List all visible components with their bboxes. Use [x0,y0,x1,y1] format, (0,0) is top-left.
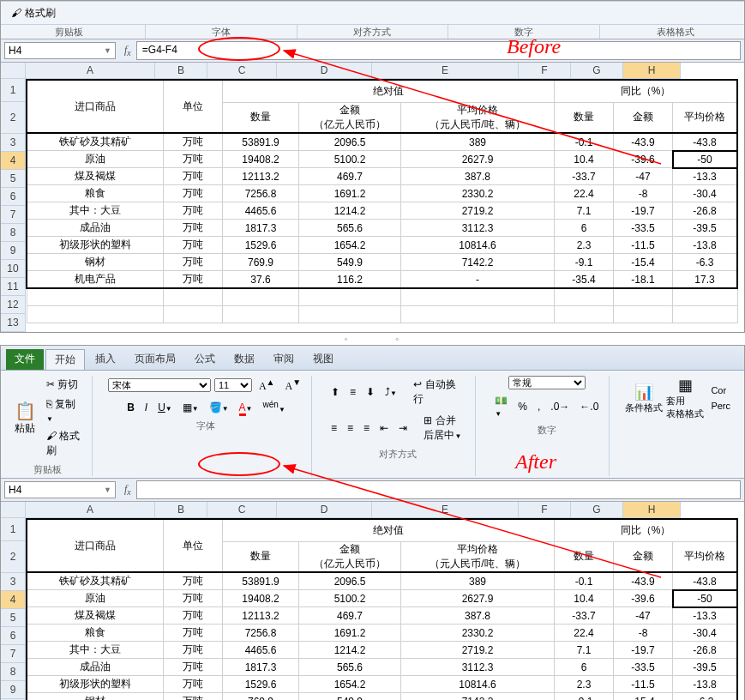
cell[interactable]: 19408.2 [223,590,299,607]
cell[interactable]: -11.5 [614,237,673,254]
cell[interactable]: 116.2 [299,271,401,289]
cell[interactable]: -30.4 [673,625,738,642]
cell[interactable]: -9.1 [555,693,614,701]
cell[interactable]: 万吨 [164,590,223,607]
increase-font-button[interactable]: A▲ [255,376,279,395]
number-format-select[interactable]: 常规 [508,376,586,389]
col-header[interactable]: E [372,63,519,79]
row-header[interactable]: 12 [1,296,26,314]
row-header[interactable]: 2 [1,541,26,573]
cell[interactable]: 万吨 [164,185,223,202]
tab-view[interactable]: 视图 [304,349,342,370]
cell[interactable]: 565.6 [299,659,401,676]
cell[interactable]: 53891.9 [223,133,299,151]
cell[interactable]: 2719.2 [401,642,555,659]
cell[interactable]: 10814.6 [401,676,555,693]
increase-decimal-button[interactable]: .0→ [547,399,573,414]
cell[interactable]: 3112.3 [401,659,555,676]
cell[interactable]: 3112.3 [401,220,555,237]
cell[interactable]: -6.3 [673,254,738,271]
row-header[interactable]: 6 [1,627,26,645]
cell[interactable]: -18.1 [614,271,673,289]
cell[interactable]: 37.6 [223,271,299,289]
cell[interactable]: 5100.2 [299,151,401,168]
cell[interactable]: -15.4 [614,254,673,271]
align-middle-button[interactable]: ≡ [346,384,359,400]
cell[interactable]: 1214.2 [299,642,401,659]
cell[interactable]: 6 [555,659,614,676]
cell[interactable]: 469.7 [299,168,401,185]
tab-layout[interactable]: 页面布局 [126,349,184,370]
tab-formula[interactable]: 公式 [186,349,224,370]
cell[interactable]: -33.5 [614,659,673,676]
cell[interactable]: 1817.3 [223,220,299,237]
cell[interactable] [27,306,164,323]
cell[interactable]: -9.1 [555,254,614,271]
cell[interactable] [401,306,555,323]
cell[interactable]: 万吨 [164,220,223,237]
cell[interactable] [299,306,401,323]
cell[interactable]: -0.1 [555,133,614,151]
cell[interactable]: 389 [401,572,555,590]
col-header[interactable]: H [623,63,681,79]
cell[interactable]: 4465.6 [223,642,299,659]
row-header[interactable]: 10 [1,260,26,278]
row-header[interactable]: 7 [1,645,26,663]
col-header[interactable]: A [26,63,155,79]
cell[interactable]: 19408.2 [223,151,299,168]
cell[interactable]: 万吨 [164,642,223,659]
cell[interactable]: 12113.2 [223,607,299,625]
cell[interactable]: -19.7 [614,642,673,659]
row-header[interactable]: 9 [1,681,26,699]
comma-button[interactable]: , [534,399,544,414]
cell[interactable]: 2.3 [555,237,614,254]
cell[interactable]: -43.9 [614,572,673,590]
table-format-button[interactable]: ▦ 套用 表格格式 [666,376,704,420]
decrease-decimal-button[interactable]: ←.0 [576,399,602,414]
row-header[interactable]: 8 [1,224,26,242]
cell[interactable]: 万吨 [164,693,223,701]
select-all-corner[interactable] [1,63,26,79]
cell[interactable]: 万吨 [164,607,223,625]
cell[interactable]: -50 [673,590,738,607]
increase-indent-button[interactable]: ⇥ [395,420,411,436]
fx-icon[interactable]: fx [124,44,131,57]
cell[interactable] [555,306,614,323]
cell[interactable]: 387.8 [401,607,555,625]
col-header[interactable]: D [277,502,372,518]
cell[interactable]: 万吨 [164,237,223,254]
cell[interactable]: 成品油 [27,220,164,237]
cell[interactable]: 22.4 [555,625,614,642]
cell[interactable]: 549.9 [299,693,401,701]
col-header[interactable]: A [26,502,155,518]
cell[interactable]: -33.7 [555,607,614,625]
cell[interactable]: -30.4 [673,185,738,202]
row-header[interactable]: 1 [1,518,26,541]
cell[interactable] [164,288,223,306]
cell[interactable]: -8 [614,625,673,642]
format-painter-button[interactable]: 🖌 格式刷 [6,4,61,22]
col-header[interactable]: B [155,63,207,79]
cell[interactable]: -26.8 [673,202,738,220]
cell[interactable] [614,288,673,306]
cell[interactable]: 万吨 [164,133,223,151]
cell[interactable]: 7256.8 [223,185,299,202]
row-header[interactable]: 11 [1,278,26,296]
cell[interactable]: 铁矿砂及其精矿 [27,133,164,151]
align-top-button[interactable]: ⬆ [327,384,343,400]
cell[interactable]: 机电产品 [27,271,164,289]
cell[interactable]: -47 [614,607,673,625]
cell[interactable]: -39.6 [614,590,673,607]
cell[interactable]: 成品油 [27,659,164,676]
cell[interactable]: 389 [401,133,555,151]
cell[interactable]: -39.6 [614,151,673,168]
cell[interactable]: -47 [614,168,673,185]
copy-button[interactable]: ⎘ 复制 ▼ [43,395,85,425]
cell[interactable]: 煤及褐煤 [27,607,164,625]
tab-insert[interactable]: 插入 [87,349,124,370]
currency-button[interactable]: 💵▼ [491,393,511,420]
cell[interactable]: 7256.8 [223,625,299,642]
col-header[interactable]: B [155,502,207,518]
cell[interactable]: 万吨 [164,659,223,676]
cell[interactable]: -6.3 [673,693,738,701]
